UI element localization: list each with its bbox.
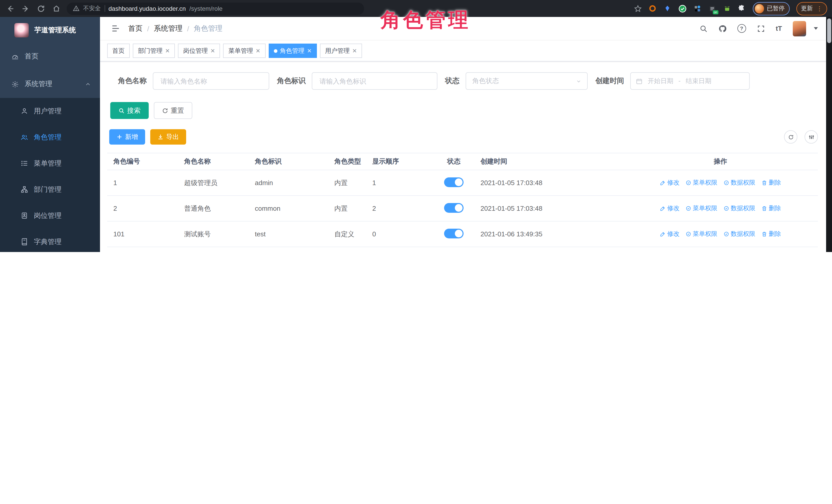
- extension-grid-icon[interactable]: [693, 4, 701, 12]
- status-toggle[interactable]: [444, 177, 464, 187]
- delete-action[interactable]: 删除: [761, 179, 781, 187]
- app-title: 芋道管理系统: [34, 26, 76, 35]
- forward-icon[interactable]: [22, 4, 30, 12]
- refresh-table-button[interactable]: [784, 130, 797, 143]
- browser-menu-icon[interactable]: ⋮: [816, 5, 823, 12]
- sidebar-item-post-mgmt[interactable]: 岗位管理: [0, 203, 100, 229]
- role-key: common: [249, 205, 328, 212]
- app-logo: [15, 23, 29, 37]
- org-tree-icon: [21, 186, 28, 193]
- menu-permission-action[interactable]: 菜单权限: [685, 179, 718, 187]
- breadcrumb-current: 角色管理: [194, 24, 223, 33]
- export-button[interactable]: 导出: [150, 129, 186, 144]
- close-icon[interactable]: ✕: [256, 48, 260, 54]
- fullscreen-icon[interactable]: [757, 24, 765, 32]
- breadcrumb-system[interactable]: 系统管理: [154, 24, 183, 33]
- bookmark-star-icon[interactable]: [633, 4, 642, 12]
- user-avatar[interactable]: [793, 21, 806, 36]
- chevron-up-icon: [85, 81, 91, 87]
- page-scrollbar[interactable]: [826, 17, 832, 252]
- not-secure-warning-icon: [73, 5, 79, 12]
- delete-action[interactable]: 删除: [761, 204, 781, 213]
- menu-permission-action[interactable]: 菜单权限: [685, 204, 718, 213]
- edit-action[interactable]: 修改: [660, 230, 679, 238]
- extensions-puzzle-icon[interactable]: [738, 4, 746, 12]
- extension-green-check-icon[interactable]: [678, 4, 686, 12]
- role-sort: 0: [366, 230, 433, 238]
- sidebar-item-label: 部门管理: [34, 185, 61, 194]
- add-button[interactable]: 新增: [109, 129, 145, 144]
- action-label: 菜单权限: [693, 204, 718, 213]
- role-id: 1: [107, 179, 178, 187]
- role-table: 角色编号 角色名称 角色标识 角色类型 显示顺序 状态 创建时间 操作 1 超级…: [107, 153, 818, 247]
- tab-home[interactable]: 首页: [107, 44, 130, 58]
- sidebar-item-menu-mgmt[interactable]: 菜单管理: [0, 150, 100, 176]
- dashboard-icon: [11, 53, 19, 60]
- gear-icon: [11, 80, 19, 88]
- sidebar: 芋道管理系统 首页 系统管理 用户管理 角色管理 菜单管理: [0, 17, 100, 252]
- sidebar-item-home[interactable]: 首页: [0, 43, 100, 70]
- reload-icon[interactable]: [37, 4, 45, 12]
- edit-action[interactable]: 修改: [660, 204, 679, 213]
- column-settings-button[interactable]: [805, 130, 818, 143]
- github-icon[interactable]: [718, 24, 726, 32]
- status-toggle[interactable]: [444, 203, 464, 213]
- extension-dark-on-icon[interactable]: on: [708, 4, 716, 12]
- data-permission-action[interactable]: 数据权限: [724, 204, 755, 213]
- browser-profile-chip[interactable]: 已暂停: [753, 2, 790, 15]
- extension-android-icon[interactable]: [723, 4, 731, 12]
- circle-check-icon: [685, 180, 691, 186]
- close-icon[interactable]: ✕: [210, 48, 215, 54]
- tab-post[interactable]: 岗位管理✕: [178, 44, 220, 58]
- help-icon[interactable]: ?: [737, 24, 746, 33]
- extension-blue-icon[interactable]: [663, 4, 672, 12]
- action-label: 删除: [769, 179, 781, 187]
- edit-action[interactable]: 修改: [660, 179, 679, 187]
- date-separator: -: [678, 77, 680, 85]
- font-size-icon[interactable]: tT: [776, 25, 782, 32]
- role-name: 测试账号: [178, 230, 249, 239]
- data-permission-action[interactable]: 数据权限: [724, 179, 755, 187]
- search-icon[interactable]: [699, 24, 707, 32]
- tab-role[interactable]: 角色管理✕: [268, 44, 317, 58]
- date-range-picker[interactable]: 开始日期 - 结束日期: [630, 72, 750, 90]
- role-name-input[interactable]: [159, 77, 263, 85]
- annotation-overlay: 角色管理: [381, 6, 471, 34]
- search-button[interactable]: 搜索: [110, 102, 149, 119]
- tab-menu[interactable]: 菜单管理✕: [223, 44, 265, 58]
- browser-update-button[interactable]: 更新 ⋮: [796, 2, 827, 15]
- scrollbar-thumb[interactable]: [827, 19, 831, 43]
- sidebar-item-dept-mgmt[interactable]: 部门管理: [0, 176, 100, 203]
- close-icon[interactable]: ✕: [307, 48, 312, 54]
- tags-view-bar: 首页 部门管理✕ 岗位管理✕ 菜单管理✕ 角色管理✕ 用户管理✕: [100, 41, 826, 61]
- breadcrumb-home[interactable]: 首页: [128, 24, 142, 33]
- close-icon[interactable]: ✕: [165, 48, 170, 54]
- action-label: 修改: [667, 230, 679, 238]
- action-label: 菜单权限: [693, 230, 718, 238]
- role-sort: 2: [366, 205, 433, 212]
- sidebar-item-user-mgmt[interactable]: 用户管理: [0, 98, 100, 124]
- extension-orange-icon[interactable]: [648, 4, 657, 12]
- sidebar-item-role-mgmt[interactable]: 角色管理: [0, 124, 100, 150]
- avatar-caret-icon[interactable]: [814, 27, 818, 30]
- status-toggle[interactable]: [444, 229, 464, 238]
- action-label: 修改: [667, 204, 679, 213]
- back-icon[interactable]: [6, 4, 15, 12]
- role-key-input[interactable]: [318, 77, 431, 85]
- sidebar-item-system[interactable]: 系统管理: [0, 70, 100, 98]
- delete-action[interactable]: 删除: [761, 230, 781, 238]
- home-icon[interactable]: [52, 4, 60, 12]
- hamburger-icon[interactable]: [111, 24, 120, 33]
- tab-user[interactable]: 用户管理✕: [320, 44, 362, 58]
- data-permission-action[interactable]: 数据权限: [724, 230, 755, 238]
- sidebar-item-dict-mgmt[interactable]: 字典管理: [0, 229, 100, 252]
- menu-permission-action[interactable]: 菜单权限: [685, 230, 718, 238]
- close-icon[interactable]: ✕: [352, 48, 357, 54]
- role-name-input-wrap: [153, 72, 269, 90]
- tab-dept[interactable]: 部门管理✕: [133, 44, 175, 58]
- address-bar[interactable]: 不安全 dashboard.yudao.iocoder.cn/system/ro…: [67, 2, 364, 15]
- app-logo-row[interactable]: 芋道管理系统: [0, 17, 100, 43]
- status-select[interactable]: 角色状态: [466, 72, 588, 90]
- role-key: test: [249, 230, 328, 238]
- reset-button[interactable]: 重置: [154, 102, 192, 119]
